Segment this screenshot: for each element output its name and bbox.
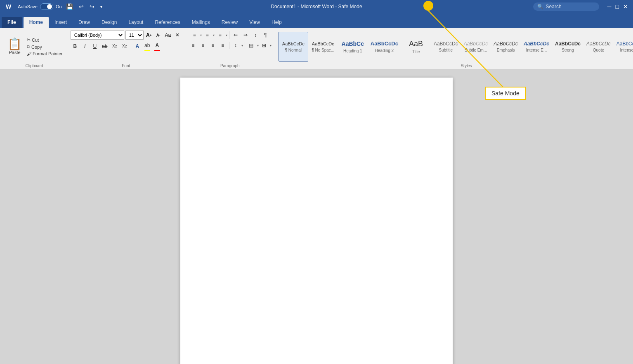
increase-font-button[interactable]: A+ [145,31,153,39]
underline-button[interactable]: U [90,42,99,51]
align-left-button[interactable]: ≡ [189,41,198,50]
redo-icon[interactable]: ↪ [88,2,96,11]
text-effect-button[interactable]: A [133,42,142,51]
style-item-heading2[interactable]: AaBbCcDc Heading 2 [368,32,401,61]
tab-view[interactable]: View [243,17,266,28]
minimize-icon[interactable]: ─ [606,2,613,11]
save-icon[interactable]: 💾 [64,2,75,11]
close-icon[interactable]: ✕ [621,2,630,11]
style-subtleem-label: Subtle Em... [465,48,487,52]
tab-design[interactable]: Design [96,17,123,28]
autosave-dropdown-icon[interactable]: ▾ [99,4,104,10]
bullets-dropdown[interactable]: ▾ [200,33,202,37]
style-item-emphasis[interactable]: AaBbCcDc Emphasis [491,32,521,61]
style-nospace-preview: AaBbCcDc [312,41,334,47]
numbering-dropdown[interactable]: ▾ [213,33,215,37]
line-spacing-button[interactable]: ↕ [231,41,240,50]
style-item-quote[interactable]: AaBbCcDc Quote [583,32,614,61]
align-center-button[interactable]: ≡ [198,41,208,50]
tab-help[interactable]: Help [266,17,288,28]
highlight-color-bar [144,50,150,51]
numbering-button[interactable]: ≡ [203,31,212,40]
tab-layout[interactable]: Layout [123,17,149,28]
app-window: W AutoSave On 💾 ↩ ↪ ▾ Document1 - Micros… [0,0,633,364]
style-item-no-space[interactable]: AaBbCcDc ¶ No Spac... [308,32,338,61]
toggle-knob [47,4,52,9]
bold-button[interactable]: B [71,42,80,51]
decrease-indent-button[interactable]: ⇐ [231,31,240,40]
copy-button[interactable]: ⧉ Copy [26,44,64,50]
font-color-button[interactable]: A [153,41,162,51]
style-intense-preview: AaBbCcDc [616,41,633,47]
window-title: Document1 - Microsoft Word - Safe Mode [271,4,362,9]
para-row1: ≡ ▾ ≡ ▾ ≡ ▾ ⇐ ⇒ ↕ ¶ [190,31,270,40]
search-area[interactable]: 🔍 Search [533,2,599,11]
autosave-toggle[interactable] [40,3,53,10]
tab-references[interactable]: References [149,17,186,28]
tab-insert[interactable]: Insert [49,17,73,28]
italic-button[interactable]: I [80,42,90,51]
style-title-preview: AaB [409,39,423,49]
clear-formatting-button[interactable]: ✕ [173,31,182,39]
copy-icon: ⧉ [27,44,30,50]
line-spacing-dropdown[interactable]: ▾ [241,44,243,47]
divider4 [245,42,245,49]
decrease-font-button[interactable]: A- [154,31,163,39]
font-color-bar [154,50,160,51]
strikethrough-button[interactable]: ab [100,42,109,51]
style-subtleem-preview: AaBbCcDc [464,41,488,47]
tab-review[interactable]: Review [216,17,243,28]
sort-button[interactable]: ↕ [251,31,260,40]
style-item-strong[interactable]: AaBbCcDc Strong [552,32,583,61]
change-case-button[interactable]: Aa [164,31,172,39]
bullets-button[interactable]: ≡ [190,31,199,40]
tab-file[interactable]: File [2,17,22,28]
style-item-normal[interactable]: AaBbCcDc ¶ Normal [279,32,308,61]
subscript-button[interactable]: X2 [110,42,119,51]
multilevel-dropdown[interactable]: ▾ [226,33,227,37]
cut-label: Cut [32,38,39,43]
maximize-icon[interactable]: □ [614,2,621,11]
increase-indent-button[interactable]: ⇒ [241,31,250,40]
document-page[interactable] [180,78,453,364]
shading-button[interactable]: ▤ [247,41,256,50]
para-row2: ≡ ≡ ≡ ≡ ↕ ▾ ▤ ▾ ⊞ ▾ [189,41,272,50]
paste-button[interactable]: 📋 Paste [5,31,24,63]
align-right-button[interactable]: ≡ [208,41,217,50]
divider [131,43,131,50]
style-normal-preview: AaBbCcDc [282,41,305,47]
ribbon-group-styles: AaBbCcDc ¶ Normal AaBbCcDc ¶ No Spac... … [275,30,633,69]
style-item-subtitle[interactable]: AaBbCcDc Subtitle [431,32,461,61]
font-size-select[interactable]: 11 [125,31,144,40]
superscript-button[interactable]: X2 [120,42,129,51]
clipboard-group-label: Clipboard [25,64,43,68]
undo-icon[interactable]: ↩ [77,2,85,11]
justify-button[interactable]: ≡ [218,41,227,50]
style-item-intense[interactable]: AaBbCcDc Intense... [614,32,633,61]
tab-mailings[interactable]: Mailings [186,17,216,28]
style-strong-label: Strong [562,48,574,52]
multilevel-button[interactable]: ≡ [215,31,224,40]
style-subtitle-preview: AaBbCcDc [434,41,458,47]
shading-dropdown[interactable]: ▾ [257,44,259,47]
cut-button[interactable]: ✂ Cut [26,37,64,43]
word-logo: W [3,2,14,11]
format-painter-label: Format Painter [33,51,63,56]
highlight-color-button[interactable]: ab [143,41,152,51]
font-family-select[interactable]: Calibri (Body) [71,31,124,40]
format-painter-button[interactable]: 🖌 Format Painter [26,51,64,57]
borders-button[interactable]: ⊞ [260,41,269,50]
style-item-heading1[interactable]: AaBbCc Heading 1 [338,32,368,61]
font-row1: Calibri (Body) 11 A+ A- Aa ✕ [71,31,182,40]
style-item-title[interactable]: AaB Title [401,32,431,61]
title-bar: W AutoSave On 💾 ↩ ↪ ▾ Document1 - Micros… [0,0,633,13]
style-intense-label: Intense... [620,48,633,52]
style-item-intense-em[interactable]: AaBbCcDc Intense E... [521,32,552,61]
document-area[interactable] [0,69,633,364]
tab-home[interactable]: Home [24,17,49,28]
show-hide-button[interactable]: ¶ [261,31,270,40]
tab-draw[interactable]: Draw [73,17,96,28]
borders-dropdown[interactable]: ▾ [270,44,272,47]
search-icon: 🔍 [537,4,543,9]
style-item-subtle-em[interactable]: AaBbCcDc Subtle Em... [461,32,491,61]
